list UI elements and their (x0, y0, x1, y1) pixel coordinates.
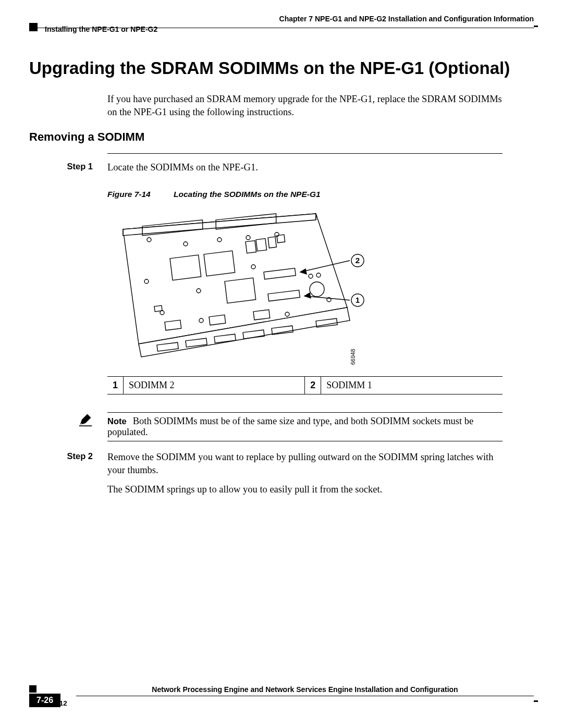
step-body: Locate the SODIMMs on the NPE-G1. (107, 161, 289, 174)
step-2: Step 2 Remove the SODIMM you want to rep… (29, 451, 534, 496)
footer-title: Network Processing Engine and Network Se… (76, 685, 534, 696)
callout-label: SODIMM 1 (321, 376, 503, 394)
header-section: Installing the NPE-G1 or NPE-G2 (45, 25, 157, 33)
step-1: Step 1 Locate the SODIMMs on the NPE-G1. (29, 161, 534, 174)
page: Chapter 7 NPE-G1 and NPE-G2 Installation… (0, 0, 563, 728)
rule (107, 441, 503, 441)
note-label: Note (107, 416, 127, 426)
footer-square-icon (29, 685, 36, 693)
table-row: 1 SODIMM 2 2 SODIMM 1 (107, 376, 503, 394)
note: NoteBoth SODIMMs must be of the same siz… (29, 412, 534, 441)
step-label: Step 2 (29, 451, 107, 496)
footer: Network Processing Engine and Network Se… (29, 685, 534, 707)
callout-num: 1 (107, 376, 124, 394)
figure-caption: Figure 7-14 Locating the SODIMMs on the … (107, 190, 534, 199)
rule (107, 153, 503, 154)
heading-2: Removing a SODIMM (29, 130, 534, 144)
svg-marker-49 (80, 414, 91, 425)
figure-title: Locating the SODIMMs on the NPE-G1 (174, 190, 321, 199)
running-header: Chapter 7 NPE-G1 and NPE-G2 Installation… (29, 16, 534, 28)
step-label: Step 1 (29, 161, 107, 174)
header-chapter: Chapter 7 NPE-G1 and NPE-G2 Installation… (279, 15, 534, 23)
note-pencil-icon (78, 412, 93, 441)
svg-text:2: 2 (356, 256, 360, 265)
footer-tick-icon (534, 700, 538, 702)
header-square-icon (29, 23, 38, 31)
intro-paragraph: If you have purchased an SDRAM memory up… (107, 93, 503, 119)
callout-table: 1 SODIMM 2 2 SODIMM 1 (107, 376, 503, 394)
callout-label: SODIMM 2 (124, 376, 305, 394)
rule (107, 412, 503, 413)
svg-text:1: 1 (356, 295, 360, 304)
page-number: 7-26 (29, 694, 60, 707)
figure-drawing-id: 66948 (350, 349, 356, 365)
heading-1: Upgrading the SDRAM SODIMMs on the NPE-G… (29, 58, 534, 78)
board-diagram-icon: 2 1 66948 (107, 208, 378, 370)
step-body: Remove the SODIMM you want to replace by… (107, 451, 534, 496)
figure-number: Figure 7-14 (107, 190, 151, 199)
figure: 2 1 66948 1 SODIMM 2 2 SODIMM 1 (107, 208, 503, 394)
note-text: NoteBoth SODIMMs must be of the same siz… (107, 416, 503, 438)
callout-num: 2 (305, 376, 321, 394)
header-tick-icon (534, 26, 538, 27)
